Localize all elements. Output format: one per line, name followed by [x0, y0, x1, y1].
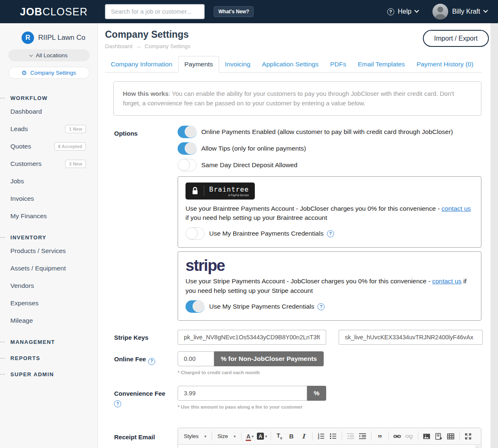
template-icon[interactable]: [433, 431, 444, 442]
italic-icon[interactable]: I: [298, 431, 309, 442]
section-super-admin[interactable]: SUPER ADMIN: [0, 369, 98, 379]
tab-invoicing[interactable]: Invoicing: [219, 56, 256, 72]
stripe-publishable-key-input[interactable]: [178, 330, 326, 345]
sidebar-item-my-finances[interactable]: My Finances: [0, 207, 98, 225]
tab-payments[interactable]: Payments: [178, 56, 219, 73]
contact-us-link[interactable]: contact us: [432, 278, 461, 285]
all-locations-label: All Locations: [36, 52, 68, 58]
tab-payment-history[interactable]: Payment History (0): [411, 56, 479, 72]
section-inventory[interactable]: INVENTORY: [0, 232, 98, 242]
stripe-wordmark: stripe: [186, 258, 474, 273]
bullet-list-icon[interactable]: [327, 431, 339, 442]
tab-email-templates[interactable]: Email Templates: [352, 56, 410, 72]
dash-icon: [0, 98, 5, 98]
chevron-down-icon: [483, 8, 488, 13]
size-dropdown[interactable]: Size▾: [215, 432, 238, 441]
braintree-credentials-label: Use My Braintree Payments Credentials?: [209, 230, 334, 237]
table-icon[interactable]: [445, 431, 456, 442]
link-icon[interactable]: [392, 431, 403, 442]
stripe-description: Use your Stripe Payments Account - JobCl…: [186, 277, 474, 295]
sidebar-item-quotes[interactable]: Quotes8 Accepted: [0, 138, 98, 155]
remove-format-icon[interactable]: Tx: [274, 431, 285, 442]
company-settings-button[interactable]: ⚙ Company Settings: [8, 67, 90, 79]
app-logo[interactable]: JOBCLOSER: [20, 6, 88, 18]
indent-icon[interactable]: [357, 431, 368, 442]
toolbar-separator: [459, 432, 460, 441]
section-workflow[interactable]: WORKFLOW: [0, 93, 98, 103]
maximize-icon[interactable]: [463, 431, 474, 442]
image-icon[interactable]: [421, 431, 432, 442]
contact-us-link[interactable]: contact us: [442, 205, 471, 212]
stripe-secret-key-input[interactable]: [339, 330, 483, 345]
background-color-icon[interactable]: A▾: [256, 431, 268, 442]
sidebar-item-vendors[interactable]: Vendors: [0, 277, 98, 295]
sidebar-item-customers[interactable]: Customers3 New: [0, 155, 98, 173]
convenience-fee-input[interactable]: [178, 386, 307, 401]
styles-dropdown[interactable]: Styles▾: [181, 432, 209, 441]
tab-application-settings[interactable]: Application Settings: [256, 56, 324, 72]
editor-scrollbar[interactable]: ▲: [475, 445, 481, 448]
search-input[interactable]: [105, 4, 205, 19]
question-circle-icon[interactable]: ?: [317, 303, 325, 310]
divider: [204, 186, 204, 196]
question-circle-icon[interactable]: ?: [327, 230, 334, 237]
tab-company-information[interactable]: Company Information: [105, 56, 178, 72]
editor-content[interactable]: Hi {customer-name},: [178, 445, 481, 448]
section-reports[interactable]: REPORTS: [0, 353, 98, 363]
toolbar-separator: [418, 432, 418, 441]
convenience-fee-row: Convenience Fee? % * Use this amount to …: [114, 386, 481, 409]
breadcrumb-dashboard[interactable]: Dashboard: [105, 43, 132, 49]
breadcrumb-company-settings[interactable]: Company Settings: [145, 43, 190, 49]
scroll-up-icon[interactable]: ▲: [476, 446, 479, 448]
allow-tips-toggle[interactable]: [178, 142, 197, 155]
section-management[interactable]: MANAGEMENT: [0, 337, 98, 347]
stripe-credentials-label: Use My Stripe Payments Credentials?: [209, 303, 325, 310]
bold-icon[interactable]: B: [286, 431, 297, 442]
sidebar-item-dashboard[interactable]: Dashboard: [0, 103, 98, 120]
sidebar-item-products-services[interactable]: Products / Services: [0, 242, 98, 260]
page-scrollbar[interactable]: [491, 23, 498, 448]
online-fee-addon: % for Non-JobCloser Payments: [214, 351, 324, 366]
toggle-knob: [178, 159, 190, 171]
online-payments-label: Online Payments Enabled (allow customer …: [201, 128, 453, 136]
toggle-knob: [185, 126, 197, 138]
online-fee-input[interactable]: [178, 351, 214, 366]
sidebar-item-assets-equipment[interactable]: Assets / Equipment: [0, 260, 98, 277]
sidebar-item-mileage[interactable]: Mileage: [0, 312, 98, 329]
blockquote-icon[interactable]: ”: [374, 431, 386, 442]
tab-pdfs[interactable]: PDFs: [324, 56, 352, 72]
receipt-email-editor: Styles▾ Size▾ A▾ A▾ Tx B I: [178, 428, 481, 448]
braintree-credentials-toggle[interactable]: [186, 227, 205, 240]
numbered-list-icon[interactable]: 123: [315, 431, 327, 442]
import-export-button[interactable]: Import / Export: [423, 30, 489, 47]
sidebar: R RIIPL Lawn Co All Locations ⚙ Company …: [0, 23, 98, 448]
sidebar-item-expenses[interactable]: Expenses: [0, 295, 98, 312]
leads-badge: 1 New: [65, 125, 86, 133]
sidebar-item-leads[interactable]: Leads1 New: [0, 120, 98, 138]
sidebar-item-invoices[interactable]: Invoices: [0, 190, 98, 207]
arrow-right-icon: →: [136, 43, 142, 49]
how-this-works-box: How this works: You can enable the abili…: [113, 81, 481, 116]
text-color-icon[interactable]: A▾: [244, 431, 256, 442]
info-text: : You can enable the ability for your cu…: [123, 90, 454, 107]
stripe-credentials-toggle[interactable]: [186, 300, 205, 313]
same-day-deposit-label: Same Day Direct Deposit Allowed: [201, 161, 298, 169]
sidebar-nav: WORKFLOW Dashboard Leads1 New Quotes8 Ac…: [0, 93, 98, 379]
user-menu[interactable]: Billy Kraft: [432, 4, 487, 19]
dash-icon: [0, 342, 5, 342]
all-locations-button[interactable]: All Locations: [8, 49, 90, 61]
toolbar-separator: [271, 432, 271, 441]
help-menu[interactable]: ? Help: [387, 8, 419, 15]
toolbar-separator: [388, 432, 389, 441]
online-payments-toggle[interactable]: [178, 126, 197, 138]
stripe-keys-label: Stripe Keys: [114, 330, 178, 345]
sidebar-item-jobs[interactable]: Jobs: [0, 173, 98, 190]
whats-new-button[interactable]: What's New?: [214, 6, 254, 17]
company-header[interactable]: R RIIPL Lawn Co: [22, 32, 98, 44]
question-circle-icon[interactable]: ?: [114, 400, 121, 407]
question-circle-icon[interactable]: ?: [148, 358, 155, 365]
same-day-deposit-toggle[interactable]: [178, 159, 197, 171]
avatar: [432, 4, 448, 19]
gear-icon: ⚙: [22, 70, 27, 76]
outdent-icon: [345, 431, 356, 442]
